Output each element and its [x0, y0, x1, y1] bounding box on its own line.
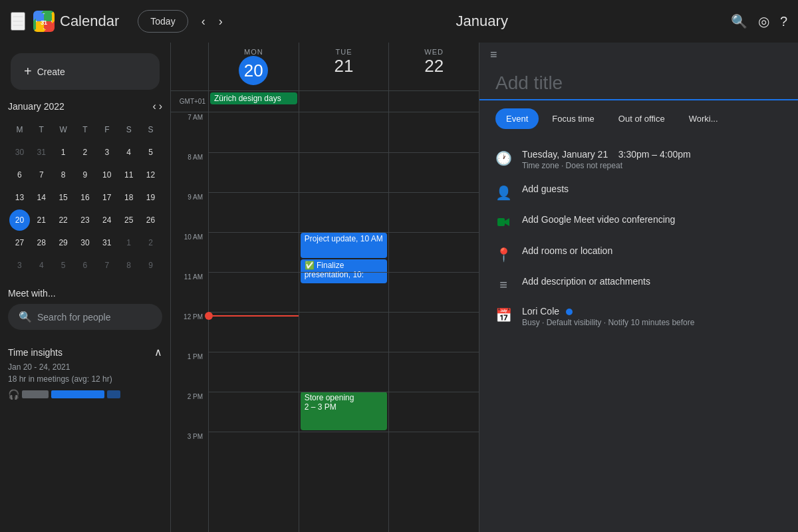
- mini-cal-day[interactable]: 7: [31, 164, 52, 186]
- mini-cal-next[interactable]: ›: [159, 100, 162, 112]
- add-description-button[interactable]: Add description or attachments: [522, 276, 782, 287]
- top-nav: ☰ 31 Calendar Today ‹ › January 🔍 ◎ ?: [0, 0, 798, 43]
- current-time-indicator: [209, 312, 299, 320]
- sidebar: + Create January 2022 ‹ › M T W T: [0, 43, 170, 532]
- zurich-event[interactable]: Zürich design days: [210, 92, 297, 104]
- store-opening-event[interactable]: Store opening2 – 3 PM: [301, 392, 388, 430]
- mini-cal-day[interactable]: 9: [75, 164, 96, 186]
- today-button[interactable]: Today: [138, 10, 188, 33]
- search-button[interactable]: 🔍: [731, 13, 747, 29]
- mini-cal-day[interactable]: 19: [140, 187, 161, 208]
- cal-day-num-mon[interactable]: 20: [239, 56, 268, 85]
- google-calendar-logo: 31: [33, 11, 55, 32]
- mini-cal-day[interactable]: 28: [31, 232, 52, 253]
- help-button[interactable]: ?: [780, 14, 787, 29]
- hamburger-icon: ☰: [12, 14, 24, 29]
- hamburger-button[interactable]: ☰: [11, 12, 25, 31]
- mini-cal-day[interactable]: 1: [53, 142, 74, 163]
- mini-cal-day[interactable]: 9: [140, 255, 161, 276]
- mini-cal-day[interactable]: 4: [31, 255, 52, 276]
- mini-cal-day[interactable]: 7: [96, 255, 117, 276]
- mini-cal-day[interactable]: 6: [9, 164, 30, 186]
- create-button[interactable]: + Create: [11, 53, 160, 90]
- mini-cal-day[interactable]: 13: [9, 187, 30, 208]
- weekday-header-t2: T: [75, 119, 96, 140]
- mini-cal-day[interactable]: 2: [140, 232, 161, 253]
- insights-stat: 18 hr in meetings (avg: 12 hr): [8, 374, 162, 384]
- search-people-placeholder: Search for people: [37, 312, 111, 323]
- tab-focus-time[interactable]: Focus time: [541, 108, 605, 129]
- mini-cal-day[interactable]: 22: [53, 209, 74, 231]
- project-update-event[interactable]: Project update, 10 AM: [301, 233, 388, 258]
- description-content: Add description or attachments: [522, 276, 782, 287]
- mini-cal-day[interactable]: 24: [96, 209, 117, 231]
- logo-wrapper: 31 Calendar: [33, 11, 119, 32]
- weekday-header-t: T: [31, 119, 52, 140]
- prev-month-button[interactable]: ‹: [196, 12, 211, 31]
- search-people-input[interactable]: 🔍 Search for people: [8, 304, 162, 330]
- mini-cal-day[interactable]: 11: [118, 164, 139, 186]
- create-label: Create: [37, 66, 65, 77]
- datetime-sub[interactable]: Time zone · Does not repeat: [522, 161, 782, 170]
- insights-date: Jan 20 - 24, 2021: [8, 362, 162, 372]
- calendar-name[interactable]: Lori Cole: [522, 306, 782, 317]
- mini-cal-day[interactable]: 5: [53, 255, 74, 276]
- datetime-main[interactable]: Tuesday, January 21 3:30pm – 4:00pm: [522, 149, 782, 160]
- event-panel: ≡ Event Focus time Out of office Worki..…: [479, 43, 798, 532]
- mini-cal-day[interactable]: 2: [75, 142, 96, 163]
- mini-cal-prev[interactable]: ‹: [152, 100, 156, 112]
- add-guests-button[interactable]: Add guests: [522, 184, 782, 194]
- mini-cal-day[interactable]: 27: [9, 232, 30, 253]
- time-label-2pm: 2 PM: [171, 392, 208, 432]
- grid-col-tue[interactable]: Project update, 10 AM ✅ Finalize present…: [299, 112, 389, 532]
- next-month-button[interactable]: ›: [213, 12, 228, 31]
- mini-cal-day[interactable]: 8: [53, 164, 74, 186]
- clock-icon: 🕐: [495, 150, 511, 166]
- mini-cal-day[interactable]: 14: [31, 187, 52, 208]
- cal-day-num-tue[interactable]: 21: [302, 56, 386, 76]
- mini-cal-day[interactable]: 3: [96, 142, 117, 163]
- grid-col-wed[interactable]: [388, 112, 479, 532]
- mini-cal-day[interactable]: 23: [75, 209, 96, 231]
- mini-cal-day[interactable]: 12: [140, 164, 161, 186]
- weekday-header-w: W: [53, 119, 74, 140]
- mini-cal-day[interactable]: 25: [118, 209, 139, 231]
- mini-cal-day[interactable]: 10: [96, 164, 117, 186]
- mini-cal-day[interactable]: 4: [118, 142, 139, 163]
- mini-cal-day[interactable]: 6: [75, 255, 96, 276]
- account-button[interactable]: ◎: [758, 13, 769, 29]
- mini-cal-day[interactable]: 31: [96, 232, 117, 253]
- mini-cal-day[interactable]: 26: [140, 209, 161, 231]
- mini-cal-day[interactable]: 1: [118, 232, 139, 253]
- cal-day-num-wed[interactable]: 22: [392, 56, 476, 76]
- add-location-button[interactable]: Add rooms or location: [522, 245, 782, 256]
- tab-working-location[interactable]: Worki...: [678, 108, 729, 129]
- mini-cal-day[interactable]: 8: [118, 255, 139, 276]
- grid-col-mon[interactable]: [208, 112, 299, 532]
- mini-cal-day[interactable]: 17: [96, 187, 117, 208]
- insights-collapse-button[interactable]: ∧: [154, 346, 162, 358]
- mini-cal-day[interactable]: 5: [140, 142, 161, 163]
- meet-row: Add Google Meet video conferencing: [479, 207, 798, 239]
- mini-cal-day[interactable]: 30: [75, 232, 96, 253]
- tab-out-of-office[interactable]: Out of office: [608, 108, 676, 129]
- meet-title: Meet with...: [8, 288, 162, 299]
- tab-event[interactable]: Event: [495, 108, 539, 129]
- finalize-presentation-event[interactable]: ✅ Finalize presentation, 10:: [301, 259, 388, 283]
- mini-cal-day[interactable]: 16: [75, 187, 96, 208]
- nav-right: 🔍 ◎ ?: [731, 13, 787, 29]
- mini-cal-day[interactable]: 3: [9, 255, 30, 276]
- mini-cal-day[interactable]: 29: [53, 232, 74, 253]
- meet-section: Meet with... 🔍 Search for people: [0, 277, 170, 335]
- mini-cal-grid: M T W T F S S 30311234567891011121314151…: [8, 118, 162, 277]
- event-title-input[interactable]: [479, 67, 798, 100]
- mini-cal-day[interactable]: 30: [9, 142, 30, 163]
- mini-cal-day[interactable]: 15: [53, 187, 74, 208]
- mini-cal-day[interactable]: 31: [31, 142, 52, 163]
- mini-cal-day[interactable]: 21: [31, 209, 52, 231]
- description-icon: ≡: [495, 277, 511, 293]
- mini-cal-day[interactable]: 18: [118, 187, 139, 208]
- add-meet-button[interactable]: Add Google Meet video conferencing: [522, 214, 782, 225]
- svg-text:31: 31: [41, 19, 47, 26]
- mini-cal-day[interactable]: 20: [9, 209, 30, 231]
